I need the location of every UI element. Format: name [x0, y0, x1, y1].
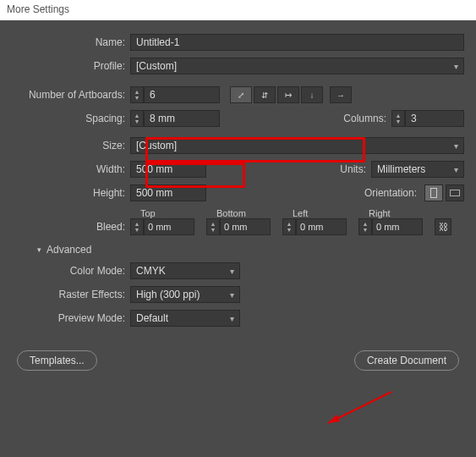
bleed-bottom-input[interactable]: [220, 218, 271, 235]
bleed-bottom-stepper[interactable]: ▲▼: [206, 218, 220, 235]
advanced-toggle[interactable]: Advanced: [37, 244, 464, 256]
raster-dropdown[interactable]: High (300 ppi): [130, 286, 240, 303]
spacing-stepper[interactable]: ▲▼: [130, 110, 144, 127]
landscape-icon[interactable]: [446, 184, 464, 201]
spacing-label: Spacing:: [12, 113, 130, 124]
colormode-dropdown[interactable]: CMYK: [130, 262, 240, 279]
name-input[interactable]: [130, 34, 464, 51]
columns-label: Columns:: [332, 113, 391, 124]
bleed-left-stepper[interactable]: ▲▼: [282, 218, 296, 235]
artboards-input[interactable]: [144, 86, 220, 103]
create-document-button[interactable]: Create Document: [354, 350, 459, 371]
bleed-right-label: Right: [369, 208, 445, 218]
svg-line-0: [328, 392, 391, 423]
profile-label: Profile:: [12, 60, 130, 72]
size-dropdown[interactable]: [Custom]: [130, 137, 464, 154]
bleed-top-label: Top: [140, 208, 216, 218]
preview-dropdown[interactable]: Default: [130, 310, 240, 327]
title-bar: More Settings: [0, 0, 476, 20]
svg-marker-1: [328, 415, 340, 423]
link-bleed-icon[interactable]: ⛓: [435, 218, 451, 235]
arrange-col-icon[interactable]: ↓: [301, 86, 323, 103]
size-label: Size:: [12, 140, 130, 151]
bleed-left-input[interactable]: [296, 218, 347, 235]
preview-label: Preview Mode:: [12, 312, 130, 324]
artboards-stepper[interactable]: ▲▼: [130, 86, 144, 103]
templates-button[interactable]: Templates...: [17, 350, 97, 371]
bleed-top-stepper[interactable]: ▲▼: [130, 218, 144, 235]
profile-dropdown[interactable]: [Custom]: [130, 58, 464, 74]
dialog-body: Name: Profile: [Custom] Number of Artboa…: [0, 20, 476, 340]
name-label: Name:: [12, 36, 130, 48]
width-input[interactable]: [130, 161, 206, 178]
bleed-left-label: Left: [293, 208, 369, 218]
width-label: Width:: [12, 163, 130, 175]
orientation-label: Orientation:: [354, 187, 422, 199]
spacing-input[interactable]: [144, 110, 220, 127]
portrait-icon[interactable]: [424, 184, 443, 201]
grid-by-col-icon[interactable]: ⇵: [254, 86, 276, 103]
arrange-row-icon[interactable]: ↦: [277, 86, 299, 103]
grid-by-row-icon[interactable]: ⤢: [230, 86, 252, 103]
bleed-top-input[interactable]: [144, 218, 194, 235]
raster-label: Raster Effects:: [12, 289, 130, 300]
columns-input[interactable]: [405, 110, 464, 127]
bleed-label: Bleed:: [12, 221, 130, 233]
units-label: Units:: [329, 163, 371, 175]
artboards-label: Number of Artboards:: [12, 89, 130, 101]
colormode-label: Color Mode:: [12, 265, 130, 277]
height-label: Height:: [12, 187, 130, 199]
height-input[interactable]: [130, 184, 206, 201]
bleed-bottom-label: Bottom: [216, 208, 293, 218]
bleed-right-input[interactable]: [372, 218, 423, 235]
bleed-right-stepper[interactable]: ▲▼: [358, 218, 372, 235]
columns-stepper[interactable]: ▲▼: [391, 110, 405, 127]
units-dropdown[interactable]: Millimeters: [371, 161, 464, 178]
rtl-icon[interactable]: →: [330, 86, 352, 103]
dialog-title: More Settings: [7, 3, 69, 15]
annotation-arrow: [320, 388, 396, 430]
